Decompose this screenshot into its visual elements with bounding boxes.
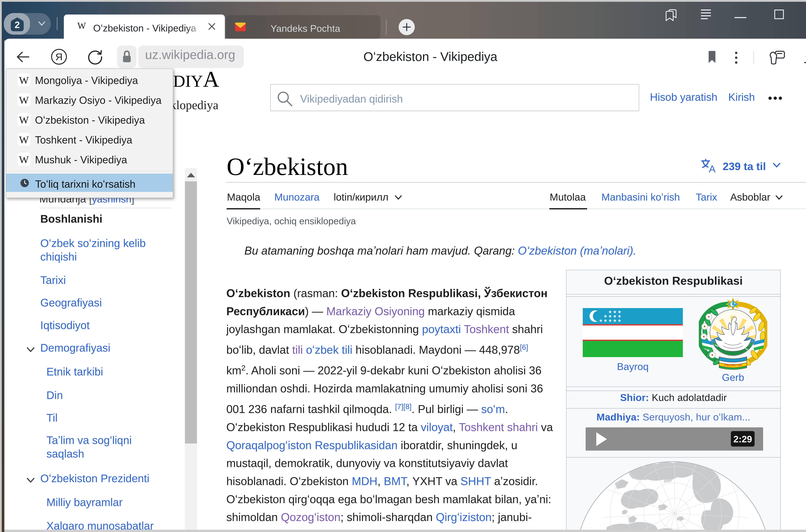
svg-text:A: A — [709, 163, 715, 173]
svg-text:ЎЗБЕКИСТОН: ЎЗБЕКИСТОН — [724, 363, 742, 367]
svg-text:Я: Я — [55, 51, 63, 62]
svg-text:2: 2 — [15, 19, 20, 30]
